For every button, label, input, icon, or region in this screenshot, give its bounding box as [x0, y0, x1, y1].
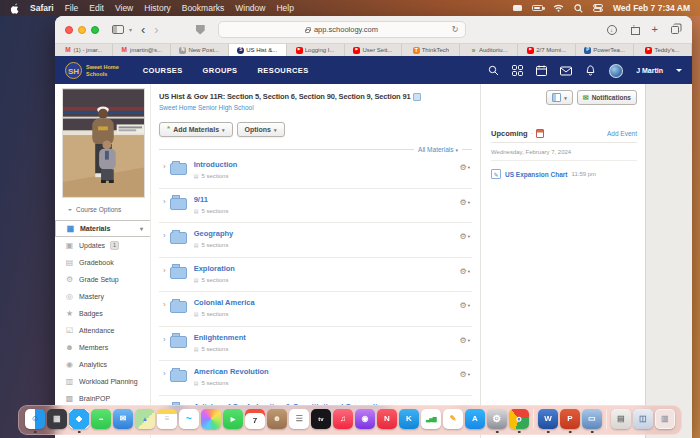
folder-gear-menu[interactable]: ⚙ ▾ — [460, 232, 470, 241]
expand-chevron-icon[interactable]: › — [163, 301, 166, 309]
expand-chevron-icon[interactable]: › — [163, 370, 166, 378]
browser-tab[interactable]: M jmartin@s... — [113, 44, 171, 56]
dock-numbers-icon[interactable]: ▃▅▇ — [421, 409, 441, 429]
folder-gear-menu[interactable]: ⚙ ▾ — [460, 370, 470, 379]
expand-chevron-icon[interactable]: › — [163, 336, 166, 344]
nav-resources[interactable]: RESOURCES — [258, 66, 309, 75]
dock-safari-icon[interactable]: ◈ — [69, 409, 89, 429]
minimize-window-button[interactable] — [78, 26, 86, 34]
sidebar-toggle-icon[interactable] — [112, 25, 124, 34]
menu-bar-clock[interactable]: Wed Feb 7 7:34 AM — [613, 3, 690, 13]
dock-music-icon[interactable]: ♫ — [333, 409, 353, 429]
folder-gear-menu[interactable]: ⚙ ▾ — [460, 163, 470, 172]
dock-downloads-stack-icon[interactable]: ◫ — [633, 409, 653, 429]
share-icon[interactable]: ↑ — [630, 25, 639, 35]
school-link[interactable]: Sweet Home Senior High School — [159, 104, 472, 111]
apps-grid-icon[interactable] — [512, 65, 523, 76]
menu-item[interactable]: File — [65, 3, 79, 13]
expand-chevron-icon[interactable]: › — [163, 163, 166, 171]
folder-title-link[interactable]: Introduction — [194, 160, 460, 169]
menu-item[interactable]: Edit — [89, 3, 104, 13]
sidebar-item-grade-setup[interactable]: ⚙ Grade Setup — [55, 271, 150, 288]
folder-gear-menu[interactable]: ⚙ ▾ — [460, 267, 470, 276]
dock-freeform-icon[interactable]: ~ — [179, 409, 199, 429]
browser-tab[interactable]: ▶ User Sett... — [345, 44, 403, 56]
browser-tab[interactable]: S US Hist &... — [229, 44, 287, 56]
school-logo[interactable]: SH Sweet Home Schools — [65, 62, 119, 79]
close-window-button[interactable] — [65, 26, 73, 34]
browser-tab[interactable]: P PowerTea... — [576, 44, 634, 56]
dock-appstore-icon[interactable]: A — [465, 409, 485, 429]
dock-separator[interactable] — [606, 409, 607, 429]
dock-maps-icon[interactable]: ▲ — [135, 409, 155, 429]
dock-classroom-app-icon[interactable]: ▭ — [582, 409, 602, 429]
spotlight-search-icon[interactable] — [574, 4, 583, 13]
folder-gear-menu[interactable]: ⚙ ▾ — [460, 198, 470, 207]
browser-tab[interactable]: T ThinkTech — [402, 44, 460, 56]
url-text[interactable]: app.schoology.com — [314, 25, 378, 34]
course-info-icon[interactable] — [413, 93, 421, 101]
dock-contacts-icon[interactable]: ☻ — [267, 409, 287, 429]
notifications-bell-icon[interactable] — [585, 65, 596, 76]
sidebar-item-gradebook[interactable]: ▤ Gradebook — [55, 254, 150, 271]
sidebar-item-workload-planning[interactable]: ▥ Workload Planning — [55, 373, 150, 390]
browser-tab[interactable]: N New Post... — [171, 44, 229, 56]
search-icon[interactable] — [488, 65, 499, 76]
folder-title-link[interactable]: Exploration — [194, 264, 460, 273]
folder-gear-menu[interactable]: ⚙ ▾ — [460, 301, 470, 310]
add-materials-button[interactable]: * Add Materials ▾ — [159, 122, 233, 137]
calendar-icon[interactable] — [536, 65, 547, 76]
dock-news-icon[interactable]: N — [377, 409, 397, 429]
dock-reminders-icon[interactable]: ☰ — [289, 409, 309, 429]
dock-keynote-icon[interactable]: K — [399, 409, 419, 429]
downloads-icon[interactable]: ↓ — [607, 25, 617, 35]
dock-chrome-icon[interactable]: ● — [509, 409, 529, 429]
browser-tab[interactable]: ▶ Logging I... — [287, 44, 345, 56]
add-event-link[interactable]: Add Event — [607, 130, 637, 137]
sidebar-item-members[interactable]: ☻ Members — [55, 339, 150, 356]
menu-item[interactable]: View — [115, 3, 133, 13]
menu-item[interactable]: Window — [235, 3, 265, 13]
dock-pages-icon[interactable]: ✎ — [443, 409, 463, 429]
user-name[interactable]: J Martin — [636, 67, 663, 74]
dock-tv-icon[interactable]: tv — [311, 409, 331, 429]
folder-title-link[interactable]: 9/11 — [194, 195, 460, 204]
sidebar-item-attendance[interactable]: ☑ Attendance — [55, 322, 150, 339]
notifications-button[interactable]: ✉ Notifications — [577, 90, 637, 105]
browser-tab[interactable]: ▶ 2/7 Morni... — [518, 44, 576, 56]
expand-chevron-icon[interactable]: › — [163, 198, 166, 206]
dock-mail-icon[interactable]: ✉ — [113, 409, 133, 429]
folder-gear-menu[interactable]: ⚙ ▾ — [460, 336, 470, 345]
folder-icon[interactable] — [170, 163, 187, 175]
folder-icon[interactable] — [170, 301, 187, 313]
folder-title-link[interactable]: Colonial America — [194, 298, 460, 307]
back-button[interactable]: ‹ — [141, 23, 145, 36]
privacy-shield-icon[interactable] — [196, 25, 205, 35]
view-toggle-split-button[interactable]: ▾ — [546, 90, 573, 105]
dock-facetime-icon[interactable]: ▶ — [223, 409, 243, 429]
forward-button[interactable]: › — [154, 23, 158, 36]
dock-separator[interactable] — [533, 409, 534, 429]
tab-overview-icon[interactable] — [671, 26, 679, 34]
sidebar-chevron-icon[interactable]: ▾ — [129, 26, 132, 33]
sidebar-item-mastery[interactable]: ◎ Mastery — [55, 288, 150, 305]
folder-icon[interactable] — [170, 267, 187, 279]
sidebar-item-updates[interactable]: ▣ Updates 1 — [55, 237, 150, 254]
user-avatar[interactable] — [609, 64, 623, 78]
browser-tab[interactable]: » Auditoriu... — [460, 44, 518, 56]
zoom-window-button[interactable] — [91, 26, 99, 34]
menu-item[interactable]: Bookmarks — [182, 3, 225, 13]
user-menu-chevron-icon[interactable] — [676, 69, 682, 75]
dock-podcasts-icon[interactable]: ◉ — [355, 409, 375, 429]
folder-icon[interactable] — [170, 198, 187, 210]
mini-calendar-icon[interactable] — [536, 129, 544, 138]
dock-settings-icon[interactable]: ⚙ — [487, 409, 507, 429]
course-options[interactable]: Course Options — [68, 206, 150, 213]
menu-item[interactable]: Help — [276, 3, 293, 13]
display-icon[interactable] — [513, 5, 522, 11]
event-title-link[interactable]: US Expansion Chart — [505, 171, 567, 178]
dock-powerpoint-icon[interactable]: P — [560, 409, 580, 429]
sidebar-item-badges[interactable]: ★ Badges — [55, 305, 150, 322]
dock-photos-icon[interactable] — [201, 409, 221, 429]
menu-item[interactable]: History — [144, 3, 170, 13]
